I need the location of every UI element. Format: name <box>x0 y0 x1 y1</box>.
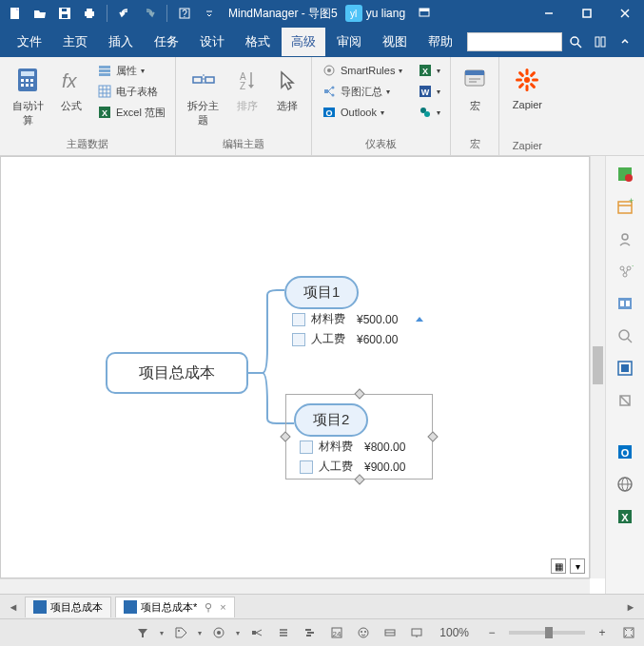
tab-insert[interactable]: 插入 <box>99 28 143 56</box>
topic-node-2[interactable]: 项目2 <box>294 403 368 437</box>
zoom-thumb[interactable] <box>545 627 553 638</box>
help-icon[interactable]: ? <box>173 2 196 25</box>
tab-design[interactable]: 设计 <box>190 28 234 56</box>
maximize-button[interactable] <box>568 0 606 27</box>
user-badge[interactable]: yl <box>345 5 362 22</box>
doc-tab-1[interactable]: 项目总成本 <box>25 597 111 617</box>
view-presentation-icon[interactable] <box>407 623 426 642</box>
excel-export-button[interactable]: X▾ <box>414 61 444 80</box>
view-icon-icon[interactable] <box>354 623 373 642</box>
horizontal-scrollbar[interactable] <box>0 578 590 594</box>
collapse-ribbon-icon[interactable] <box>614 30 636 53</box>
tab-home[interactable]: 主页 <box>53 28 97 56</box>
outlook-button[interactable]: OOutlook ▾ <box>318 103 406 122</box>
search-pane-icon[interactable] <box>612 323 638 348</box>
tab-close-icon[interactable]: × <box>220 601 225 613</box>
select-button[interactable]: 选择 <box>269 61 305 117</box>
tab-format[interactable]: 格式 <box>236 28 280 56</box>
view-outline-icon[interactable] <box>274 623 293 642</box>
view-map-icon[interactable] <box>247 623 266 642</box>
property-icon <box>97 63 112 78</box>
tab-help[interactable]: 帮助 <box>419 28 462 56</box>
property-row[interactable]: 材料费¥800.00 <box>300 437 418 457</box>
property-button[interactable]: 属性 ▾ <box>93 61 169 80</box>
link-pane-icon[interactable]: + <box>612 259 638 284</box>
view-schedule-icon[interactable]: 24 <box>327 623 346 642</box>
sharepoint-button[interactable]: ▾ <box>414 103 444 122</box>
library-pane-icon[interactable] <box>612 291 638 316</box>
svg-rect-85 <box>620 301 624 306</box>
macro-button[interactable]: 宏 <box>457 61 493 117</box>
panel-icon[interactable] <box>589 30 612 53</box>
smartrules-button[interactable]: SmartRules ▾ <box>318 61 406 80</box>
close-button[interactable] <box>606 0 644 27</box>
task-pane-icon[interactable] <box>612 162 638 186</box>
formula-button[interactable]: fx 公式 <box>53 61 89 117</box>
tab-next-icon[interactable]: ► <box>623 601 638 613</box>
word-export-button[interactable]: W▾ <box>414 82 444 101</box>
svg-text:X: X <box>102 108 107 118</box>
map-collection-button[interactable]: 导图汇总 ▾ <box>318 82 406 101</box>
view-gantt-icon[interactable] <box>301 623 320 642</box>
target-icon[interactable] <box>209 623 228 642</box>
search-icon[interactable] <box>564 30 587 53</box>
topic-node-1[interactable]: 项目1 <box>284 276 359 309</box>
tab-tasks[interactable]: 任务 <box>145 28 188 56</box>
canvas-tool-1[interactable]: ▦ <box>551 558 566 574</box>
split-topic-button[interactable]: 拆分主题 <box>182 61 225 131</box>
filter-icon[interactable] <box>133 623 152 642</box>
search-input[interactable] <box>467 32 562 51</box>
open-icon[interactable] <box>29 2 51 25</box>
fit-screen-icon[interactable] <box>619 623 638 642</box>
minimize-button[interactable] <box>530 0 568 27</box>
undo-icon[interactable] <box>113 2 136 25</box>
excel-range-button[interactable]: XExcel 范围 <box>93 103 169 122</box>
canvas-tool-2[interactable]: ▾ <box>570 558 585 574</box>
doc-tab-2[interactable]: 项目总成本*⚲× <box>115 597 235 617</box>
zoom-in-icon[interactable]: + <box>593 623 612 642</box>
qat-dropdown-icon[interactable] <box>198 2 221 25</box>
pin-icon[interactable]: ⚲ <box>205 601 212 614</box>
property-row[interactable]: 人工费¥900.00 <box>300 457 418 477</box>
zoom-slider[interactable] <box>509 631 585 635</box>
browser-pane-icon[interactable] <box>612 472 638 497</box>
svg-rect-99 <box>126 602 135 612</box>
vertical-scrollbar[interactable] <box>590 156 605 578</box>
sort-button[interactable]: AZ 排序 <box>229 61 265 117</box>
zapier-button[interactable]: Zapier <box>505 61 549 114</box>
svg-point-50 <box>331 94 334 97</box>
ribbon-display-icon[interactable] <box>413 2 436 25</box>
canvas[interactable]: 项目总成本 项目1 材料费¥500.00 人工费¥600.00 项目2 材料费¥… <box>0 156 590 578</box>
svg-rect-90 <box>621 364 629 372</box>
new-doc-icon[interactable] <box>4 2 27 25</box>
style-pane-icon[interactable] <box>612 388 638 413</box>
autocalc-button[interactable]: 自动计算 <box>6 61 49 131</box>
format-pane-icon[interactable] <box>612 356 638 381</box>
save-icon[interactable] <box>53 2 76 25</box>
tab-advanced[interactable]: 高级 <box>282 28 325 56</box>
view-tag-icon[interactable] <box>381 623 400 642</box>
tab-prev-icon[interactable]: ◄ <box>6 601 21 613</box>
redo-icon[interactable] <box>138 2 161 25</box>
tab-review[interactable]: 审阅 <box>327 28 371 56</box>
tab-view[interactable]: 视图 <box>373 28 417 56</box>
outlook-icon: O <box>322 105 337 120</box>
scrollbar-thumb[interactable] <box>593 346 603 384</box>
property-icon <box>300 440 313 454</box>
excel-pane-icon[interactable]: X <box>612 504 638 529</box>
print-icon[interactable] <box>78 2 101 25</box>
tab-file[interactable]: 文件 <box>8 28 51 56</box>
outlook-pane-icon[interactable]: O <box>612 440 638 464</box>
svg-line-47 <box>328 88 332 91</box>
contact-pane-icon[interactable] <box>612 226 638 251</box>
spreadsheet-button[interactable]: 电子表格 <box>93 82 169 101</box>
root-topic[interactable]: 项目总成本 <box>106 352 248 394</box>
svg-line-104 <box>256 630 262 633</box>
property-row[interactable]: 材料费¥500.00 <box>292 309 423 329</box>
property-row[interactable]: 人工费¥600.00 <box>292 329 423 349</box>
zoom-out-icon[interactable]: − <box>482 623 501 642</box>
svg-rect-86 <box>626 301 630 306</box>
tag-icon[interactable] <box>171 623 190 642</box>
calendar-pane-icon[interactable]: + <box>612 194 638 219</box>
quick-access-toolbar: ? <box>0 2 221 25</box>
